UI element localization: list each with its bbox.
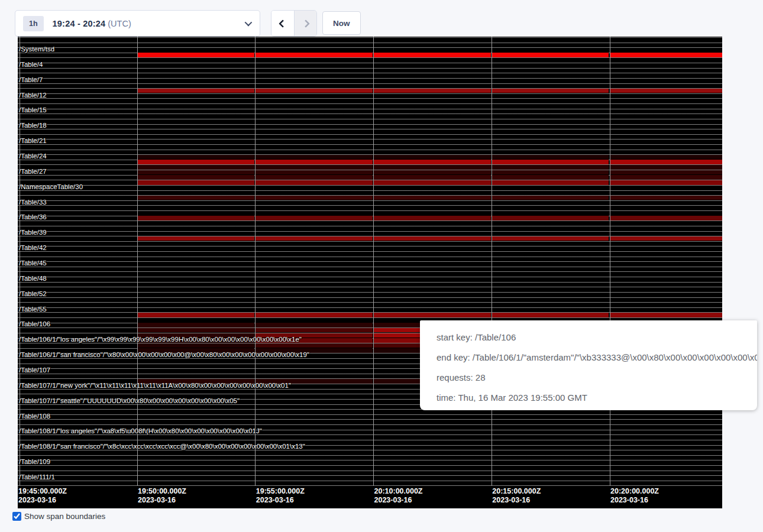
heat-band-cell[interactable] [138, 155, 255, 160]
heat-band-cell[interactable] [256, 180, 373, 185]
heat-band-cell[interactable] [256, 155, 373, 160]
time-range-selector[interactable]: 1h 19:24 - 20:24 (UTC) [15, 10, 260, 37]
heat-band-cell[interactable] [256, 343, 373, 348]
heat-band-cell[interactable] [492, 160, 609, 164]
heat-band-cell[interactable] [492, 180, 609, 185]
heat-band-cell[interactable] [138, 323, 255, 327]
heat-band-cell[interactable] [492, 175, 609, 180]
heat-band-cell[interactable] [138, 343, 255, 348]
row-label: /Table/33 [19, 199, 47, 206]
footer-controls: Show span boundaries [12, 512, 105, 521]
heatmap-plot[interactable]: /System/tsd/Table/4/Table/7/Table/12/Tab… [18, 37, 722, 486]
heat-band-cell[interactable] [492, 165, 609, 170]
heat-band-cell[interactable] [610, 175, 723, 180]
time-nav-group [271, 10, 317, 37]
heat-band-cell[interactable] [256, 170, 373, 175]
row-label: /Table/108/1/"san francisco"/"\x8c\xcc\x… [19, 443, 305, 450]
next-range-button[interactable] [294, 11, 316, 36]
heat-band-cell[interactable] [138, 328, 255, 333]
show-span-boundaries-checkbox[interactable] [12, 512, 21, 521]
heat-band-cell[interactable] [138, 89, 255, 93]
heat-band-cell[interactable] [610, 155, 723, 160]
time-range-timezone: (UTC) [108, 19, 131, 28]
heat-band-cell[interactable] [256, 89, 373, 93]
heat-band-cell[interactable] [138, 160, 255, 164]
heat-band-cell[interactable] [492, 89, 609, 93]
heat-band-cell[interactable] [374, 180, 491, 185]
heat-band-cell[interactable] [256, 216, 373, 220]
row-label: /Table/52 [19, 290, 47, 298]
row-label: /Table/108/1/"los angeles"/"\xa8\xf5\u00… [19, 427, 262, 435]
heat-band-cell[interactable] [256, 313, 373, 317]
heat-band-cell[interactable] [138, 180, 255, 185]
duration-badge: 1h [23, 16, 44, 31]
heat-band-cell[interactable] [374, 170, 491, 175]
heat-band-cell[interactable] [492, 236, 609, 241]
heat-band-cell[interactable] [492, 170, 609, 175]
heat-band-cell[interactable] [256, 175, 373, 180]
row-label: /Table/111/1 [19, 473, 55, 481]
heat-band-cell[interactable] [492, 155, 609, 160]
time-gridline [610, 37, 610, 486]
heat-band-cell[interactable] [374, 313, 491, 317]
heat-band-cell[interactable] [256, 196, 373, 200]
heat-band-cell[interactable] [138, 175, 255, 180]
heat-band-cell[interactable] [492, 53, 609, 57]
heat-band-cell[interactable] [256, 165, 373, 170]
heat-band-cell[interactable] [492, 313, 609, 317]
heat-band-cell[interactable] [610, 160, 723, 164]
row-label: /Table/45 [19, 259, 47, 267]
heat-band-cell[interactable] [256, 236, 373, 241]
row-label: /Table/106 [19, 320, 50, 328]
heat-band-cell[interactable] [374, 216, 491, 220]
heat-band-cell[interactable] [374, 165, 491, 170]
heat-band-cell[interactable] [374, 175, 491, 180]
previous-range-button[interactable] [271, 11, 294, 36]
heat-band-cell[interactable] [610, 53, 723, 57]
heat-band-cell[interactable] [256, 328, 373, 333]
heat-band-cell[interactable] [610, 89, 723, 93]
heat-band-cell[interactable] [138, 236, 255, 241]
heat-band-cell[interactable] [138, 53, 255, 57]
span-boundary-lines [18, 37, 722, 486]
row-label: /Table/107 [19, 366, 50, 374]
tooltip-line: time: Thu, 16 Mar 2023 19:55:00 GMT [437, 388, 757, 408]
heat-band-cell[interactable] [374, 236, 491, 241]
heat-band-cell[interactable] [610, 196, 723, 200]
row-label: /Table/106/1/"los angeles"/"\x99\x99\x99… [19, 336, 302, 343]
heat-band-cell[interactable] [492, 216, 609, 220]
axis-tick: 20:10:00.000Z2023-03-16 [374, 487, 423, 505]
heat-band-cell[interactable] [256, 160, 373, 164]
heat-band-cell[interactable] [610, 165, 723, 170]
heat-band-cell[interactable] [492, 196, 609, 200]
heat-band-cell[interactable] [610, 170, 723, 175]
time-gridline [137, 37, 138, 486]
row-label: /Table/55 [19, 306, 47, 313]
heat-band-cell[interactable] [374, 160, 491, 164]
heat-band-cell[interactable] [256, 53, 373, 57]
now-button[interactable]: Now [322, 11, 361, 35]
heat-band-cell[interactable] [138, 196, 255, 200]
key-visualizer-canvas[interactable]: /System/tsd/Table/4/Table/7/Table/12/Tab… [18, 37, 722, 508]
time-axis: 19:45:00.000Z2023-03-1619:50:00.000Z2023… [18, 487, 722, 508]
heat-band-cell[interactable] [374, 89, 491, 93]
heat-band-cell[interactable] [256, 323, 373, 327]
heat-band-cell[interactable] [138, 216, 255, 220]
heat-band-cell[interactable] [138, 170, 255, 175]
heat-band-cell[interactable] [374, 155, 491, 160]
heat-band-cell[interactable] [610, 180, 723, 185]
row-label: /Table/15 [19, 106, 47, 114]
heat-band-cell[interactable] [138, 165, 255, 170]
row-label: /Table/107/1/"new york"/"\x11\x11\x11\x1… [19, 382, 291, 390]
row-label: /Table/42 [19, 244, 47, 252]
heat-band-cell[interactable] [610, 216, 723, 220]
heat-band-cell[interactable] [374, 196, 491, 200]
heat-band-cell[interactable] [374, 53, 491, 57]
heat-band-cell[interactable] [610, 313, 723, 317]
span-tooltip: start key: /Table/106end key: /Table/106… [420, 320, 757, 410]
heat-band-cell[interactable] [138, 313, 255, 317]
heat-band-cell[interactable] [610, 236, 723, 241]
axis-tick: 20:15:00.000Z2023-03-16 [492, 487, 541, 505]
time-gridline [373, 37, 374, 486]
chevron-down-icon [245, 19, 253, 27]
